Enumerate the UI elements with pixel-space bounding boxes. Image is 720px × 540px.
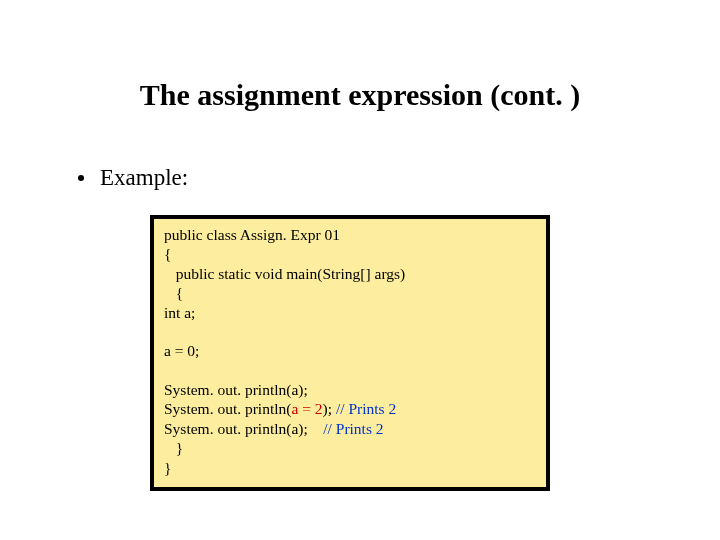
- code-line-1: public class Assign. Expr 01: [164, 226, 340, 243]
- code-line-8c: );: [323, 400, 336, 417]
- code-line-4: {: [164, 284, 183, 301]
- code-block-frame: public class Assign. Expr 01 { public st…: [150, 215, 550, 491]
- code-line-11: }: [164, 459, 171, 476]
- bullet-icon: [78, 175, 84, 181]
- code-line-8-comment: // Prints 2: [336, 400, 396, 417]
- slide: The assignment expression (cont. ) Examp…: [0, 0, 720, 540]
- code-line-9a: System. out. println(a);: [164, 420, 323, 437]
- code-line-2: {: [164, 245, 171, 262]
- code-block: public class Assign. Expr 01 { public st…: [154, 219, 546, 487]
- code-line-7: System. out. println(a);: [164, 381, 308, 398]
- code-line-8a: System. out. println(: [164, 400, 291, 417]
- code-line-8-red: a = 2: [291, 400, 322, 417]
- slide-title: The assignment expression (cont. ): [0, 78, 720, 112]
- code-line-3: public static void main(String[] args): [164, 265, 405, 282]
- code-line-9-comment: // Prints 2: [323, 420, 383, 437]
- bullet-label: Example:: [100, 165, 188, 191]
- code-line-10: }: [164, 439, 183, 456]
- example-bullet: Example:: [78, 165, 188, 191]
- code-line-5: int a;: [164, 304, 195, 321]
- code-line-6: a = 0;: [164, 342, 199, 359]
